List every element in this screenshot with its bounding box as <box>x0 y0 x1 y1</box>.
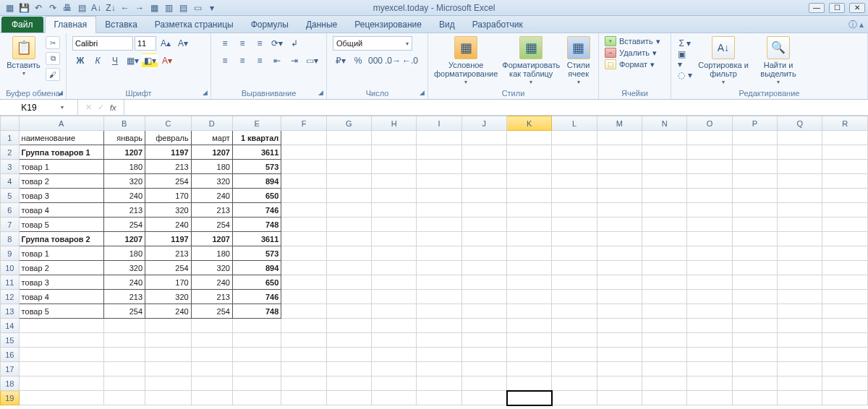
cell[interactable] <box>687 391 732 405</box>
cell[interactable] <box>372 246 417 261</box>
cell[interactable] <box>281 203 326 218</box>
cell[interactable] <box>507 304 552 319</box>
cell[interactable] <box>281 333 326 348</box>
cell[interactable] <box>778 189 822 203</box>
cell[interactable]: 748 <box>232 304 281 319</box>
cell[interactable] <box>417 145 461 160</box>
align-middle-icon[interactable]: ≡ <box>234 36 250 51</box>
cell[interactable] <box>597 333 642 348</box>
col-header-M[interactable]: M <box>597 116 642 131</box>
col-header-B[interactable]: B <box>103 116 145 131</box>
cell[interactable]: 213 <box>145 246 192 261</box>
cell[interactable]: товар 3 <box>19 189 103 203</box>
cell[interactable] <box>687 189 732 203</box>
cell[interactable]: товар 3 <box>19 275 103 290</box>
cell[interactable] <box>461 391 506 405</box>
number-format-select[interactable]: Общий▾ <box>333 36 412 51</box>
row-header[interactable]: 17 <box>1 362 20 376</box>
cell[interactable] <box>732 275 777 290</box>
cell[interactable]: 170 <box>145 189 192 203</box>
cell[interactable]: товар 2 <box>19 261 103 275</box>
print-icon[interactable]: 🖶 <box>61 1 74 14</box>
cell[interactable]: 254 <box>191 218 232 232</box>
cell[interactable] <box>642 160 687 174</box>
cell[interactable] <box>326 290 371 304</box>
cell[interactable] <box>822 232 868 246</box>
cell[interactable] <box>507 319 552 333</box>
cell[interactable] <box>597 160 642 174</box>
italic-button[interactable]: К <box>90 53 106 68</box>
cell[interactable] <box>461 290 506 304</box>
tab-рецензирование[interactable]: Рецензирование <box>346 17 430 33</box>
cell[interactable]: товар 2 <box>19 174 103 189</box>
cell[interactable]: 3611 <box>232 232 281 246</box>
cell[interactable] <box>732 333 777 348</box>
cell[interactable] <box>642 348 687 362</box>
excel-icon[interactable]: ▦ <box>3 1 16 14</box>
cell[interactable] <box>642 304 687 319</box>
wrap-text-icon[interactable]: ↲ <box>286 36 302 51</box>
cell[interactable]: Группа товаров 1 <box>19 145 103 160</box>
cell[interactable] <box>552 275 597 290</box>
cell[interactable] <box>281 246 326 261</box>
cell[interactable] <box>642 275 687 290</box>
cell[interactable] <box>778 290 822 304</box>
cell[interactable] <box>145 376 192 391</box>
conditional-formatting-button[interactable]: ▦ Условное форматирование▾ <box>434 36 498 87</box>
cell[interactable] <box>461 362 506 376</box>
cell[interactable]: 1207 <box>103 232 145 246</box>
grow-font-icon[interactable]: A▴ <box>158 36 174 51</box>
cell[interactable] <box>372 218 417 232</box>
worksheet-grid[interactable]: ABCDEFGHIJKLMNOPQR 1наименованиеянварьфе… <box>0 116 868 409</box>
cell[interactable] <box>326 145 371 160</box>
cell[interactable] <box>507 333 552 348</box>
cell[interactable] <box>326 275 371 290</box>
cell[interactable] <box>326 319 371 333</box>
cell[interactable] <box>778 261 822 275</box>
cell[interactable]: 213 <box>103 290 145 304</box>
enter-icon[interactable]: ✓ <box>95 103 107 112</box>
cell[interactable] <box>732 319 777 333</box>
cancel-icon[interactable]: ✕ <box>82 103 95 112</box>
cell[interactable]: 573 <box>232 246 281 261</box>
format-painter-icon[interactable]: 🖌 <box>46 68 60 81</box>
maximize-button[interactable]: ☐ <box>829 3 845 13</box>
cell[interactable] <box>372 391 417 405</box>
cell[interactable] <box>822 261 868 275</box>
align-bottom-icon[interactable]: ≡ <box>252 36 268 51</box>
cell[interactable] <box>597 362 642 376</box>
fill-icon[interactable]: ▣ ▾ <box>677 52 693 66</box>
col-header-F[interactable]: F <box>281 116 326 131</box>
select-all-corner[interactable] <box>1 116 20 131</box>
cell[interactable] <box>822 348 868 362</box>
cell[interactable] <box>326 218 371 232</box>
cell[interactable] <box>281 189 326 203</box>
cell[interactable] <box>687 232 732 246</box>
cell[interactable] <box>191 362 232 376</box>
tab-данные[interactable]: Данные <box>297 17 346 33</box>
cell[interactable] <box>372 362 417 376</box>
cell[interactable] <box>687 174 732 189</box>
cell[interactable] <box>642 189 687 203</box>
cell[interactable] <box>552 218 597 232</box>
cell[interactable]: 254 <box>103 218 145 232</box>
cell[interactable]: 320 <box>145 203 192 218</box>
align-center-icon[interactable]: ≡ <box>234 53 250 68</box>
cell[interactable]: февраль <box>145 131 192 145</box>
cell[interactable] <box>232 319 281 333</box>
font-size-select[interactable] <box>135 36 156 51</box>
cell[interactable] <box>145 391 192 405</box>
cell[interactable] <box>552 376 597 391</box>
cell[interactable] <box>326 131 371 145</box>
cell[interactable] <box>326 232 371 246</box>
cell[interactable] <box>687 145 732 160</box>
cell[interactable] <box>687 333 732 348</box>
col-header-R[interactable]: R <box>822 116 868 131</box>
borders-icon[interactable]: ▦▾ <box>124 53 140 68</box>
cell[interactable] <box>732 218 777 232</box>
cell[interactable]: 748 <box>232 218 281 232</box>
paste-button[interactable]: 📋 Вставить ▾ <box>6 36 41 78</box>
cell[interactable] <box>281 218 326 232</box>
cell[interactable] <box>461 376 506 391</box>
col-header-Q[interactable]: Q <box>778 116 822 131</box>
